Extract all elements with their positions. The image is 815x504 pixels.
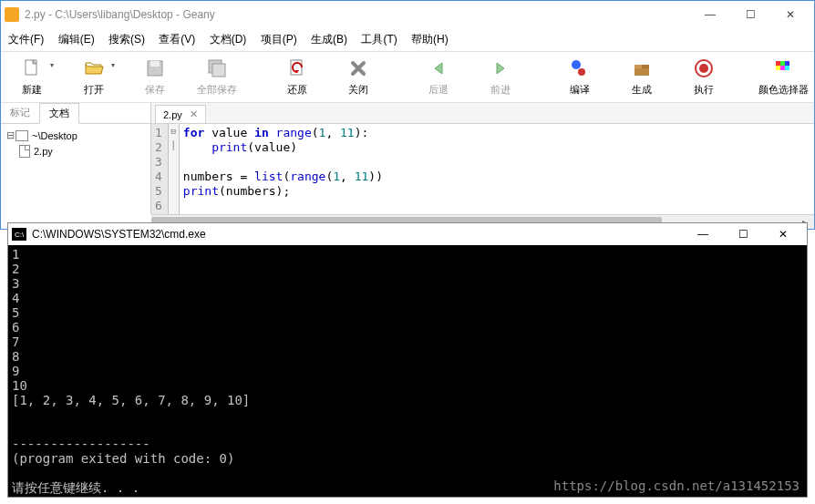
close-button[interactable]: ✕ xyxy=(770,2,810,27)
save-all-button[interactable]: 全部保存 xyxy=(186,54,248,100)
svg-rect-9 xyxy=(634,65,642,68)
svg-rect-15 xyxy=(785,61,789,66)
file-icon xyxy=(19,145,30,158)
svg-rect-2 xyxy=(150,61,160,67)
console-titlebar: C:\ C:\WINDOWS\SYSTEM32\cmd.exe — ☐ ✕ xyxy=(8,223,807,245)
close-file-icon xyxy=(347,57,369,79)
open-button[interactable]: ▾打开 xyxy=(63,54,125,100)
menu-help[interactable]: 帮助(H) xyxy=(411,33,449,46)
tree-file[interactable]: 2.py xyxy=(5,143,147,159)
app-icon xyxy=(5,7,19,22)
compile-button[interactable]: 编译 xyxy=(549,54,611,100)
menu-file[interactable]: 文件(F) xyxy=(8,33,44,46)
watermark: https://blog.csdn.net/a131452153 xyxy=(553,478,800,493)
file-label: 2.py xyxy=(34,146,53,157)
fold-column[interactable]: ⊟ │ xyxy=(169,124,180,214)
revert-icon xyxy=(286,57,308,79)
window-title: 2.py - C:\Users\libang\Desktop - Geany xyxy=(25,8,690,21)
editor-tab[interactable]: 2.py✕ xyxy=(155,105,206,123)
console-text: 1 2 3 4 5 6 7 8 9 10 [1, 2, 3, 4, 5, 6, … xyxy=(12,247,250,495)
svg-rect-8 xyxy=(634,68,649,76)
close-tab-icon[interactable]: ✕ xyxy=(190,108,198,120)
new-file-icon xyxy=(21,57,43,79)
tab-label: 2.py xyxy=(163,109,182,120)
geany-window: 2.py - C:\Users\libang\Desktop - Geany —… xyxy=(0,0,815,230)
svg-rect-14 xyxy=(780,61,785,66)
console-maximize-button[interactable]: ☐ xyxy=(723,224,763,244)
tree-folder[interactable]: ⊟~\Desktop xyxy=(5,128,147,143)
compile-icon xyxy=(569,57,591,79)
new-button[interactable]: ▾新建 xyxy=(1,54,63,100)
menu-tools[interactable]: 工具(T) xyxy=(361,33,397,46)
menu-edit[interactable]: 编辑(E) xyxy=(58,33,95,46)
sidebar: 标记 文档 ⊟~\Desktop 2.py xyxy=(1,103,151,214)
folder-label: ~\Desktop xyxy=(32,130,77,141)
console-output[interactable]: 1 2 3 4 5 6 7 8 9 10 [1, 2, 3, 4, 5, 6, … xyxy=(8,245,807,497)
color-picker-button[interactable]: 颜色选择器 xyxy=(752,54,814,100)
menu-build[interactable]: 生成(B) xyxy=(311,33,347,46)
svg-rect-17 xyxy=(780,66,785,70)
save-button[interactable]: 保存 xyxy=(124,54,186,100)
editor-tabs: 2.py✕ xyxy=(151,103,814,124)
caret-icon: ▾ xyxy=(111,61,115,69)
menubar: 文件(F) 编辑(E) 搜索(S) 查看(V) 文档(D) 项目(P) 生成(B… xyxy=(1,28,814,51)
folder-icon xyxy=(15,130,28,141)
console-close-button[interactable]: ✕ xyxy=(763,224,803,244)
sidebar-tab-documents[interactable]: 文档 xyxy=(39,103,79,124)
svg-rect-16 xyxy=(776,66,780,70)
menu-search[interactable]: 搜索(S) xyxy=(108,33,145,46)
svg-rect-4 xyxy=(212,64,225,77)
back-button[interactable]: 后退 xyxy=(408,54,469,100)
main-area: 标记 文档 ⊟~\Desktop 2.py 2.py✕ 1 2 3 4 5 6 … xyxy=(1,103,814,214)
editor-area: 2.py✕ 1 2 3 4 5 6 ⊟ │ for value in range… xyxy=(151,103,814,214)
caret-icon: ▾ xyxy=(50,61,54,69)
color-picker-icon xyxy=(772,57,794,79)
console-title: C:\WINDOWS\SYSTEM32\cmd.exe xyxy=(32,228,683,241)
forward-icon xyxy=(490,57,511,79)
svg-point-6 xyxy=(572,60,581,69)
back-icon xyxy=(428,57,449,79)
menu-document[interactable]: 文档(D) xyxy=(210,33,247,46)
code-content[interactable]: for value in range(1, 11): print(value) … xyxy=(180,124,814,214)
sidebar-tabs: 标记 文档 xyxy=(1,103,150,124)
build-button[interactable]: 生成 xyxy=(611,54,673,100)
open-folder-icon xyxy=(83,57,105,79)
console-minimize-button[interactable]: — xyxy=(683,224,723,244)
svg-point-12 xyxy=(699,64,708,73)
svg-rect-18 xyxy=(785,66,789,70)
menu-view[interactable]: 查看(V) xyxy=(159,33,195,46)
file-tree: ⊟~\Desktop 2.py xyxy=(1,124,150,163)
console-window: C:\ C:\WINDOWS\SYSTEM32\cmd.exe — ☐ ✕ 1 … xyxy=(7,222,808,498)
minimize-button[interactable]: — xyxy=(690,2,730,27)
svg-point-7 xyxy=(578,68,585,76)
code-editor[interactable]: 1 2 3 4 5 6 ⊟ │ for value in range(1, 11… xyxy=(151,124,814,214)
line-numbers: 1 2 3 4 5 6 xyxy=(151,124,169,214)
execute-button[interactable]: 执行 xyxy=(673,54,735,100)
collapse-icon: ⊟ xyxy=(5,129,15,141)
save-all-icon xyxy=(206,57,228,79)
revert-button[interactable]: 还原 xyxy=(266,54,328,100)
svg-rect-13 xyxy=(776,61,780,66)
toolbar: ▾新建 ▾打开 保存 全部保存 还原 关闭 后退 前进 编译 生成 执行 颜色选… xyxy=(1,51,814,103)
maximize-button[interactable]: ☐ xyxy=(730,2,770,27)
save-icon xyxy=(144,57,166,79)
execute-icon xyxy=(693,57,715,79)
svg-rect-10 xyxy=(642,65,649,68)
forward-button[interactable]: 前进 xyxy=(469,54,531,100)
close-file-button[interactable]: 关闭 xyxy=(327,54,389,100)
menu-project[interactable]: 项目(P) xyxy=(261,33,297,46)
build-icon xyxy=(631,57,653,79)
sidebar-tab-symbols[interactable]: 标记 xyxy=(1,103,39,123)
titlebar: 2.py - C:\Users\libang\Desktop - Geany —… xyxy=(1,1,814,28)
cmd-icon: C:\ xyxy=(12,228,26,241)
